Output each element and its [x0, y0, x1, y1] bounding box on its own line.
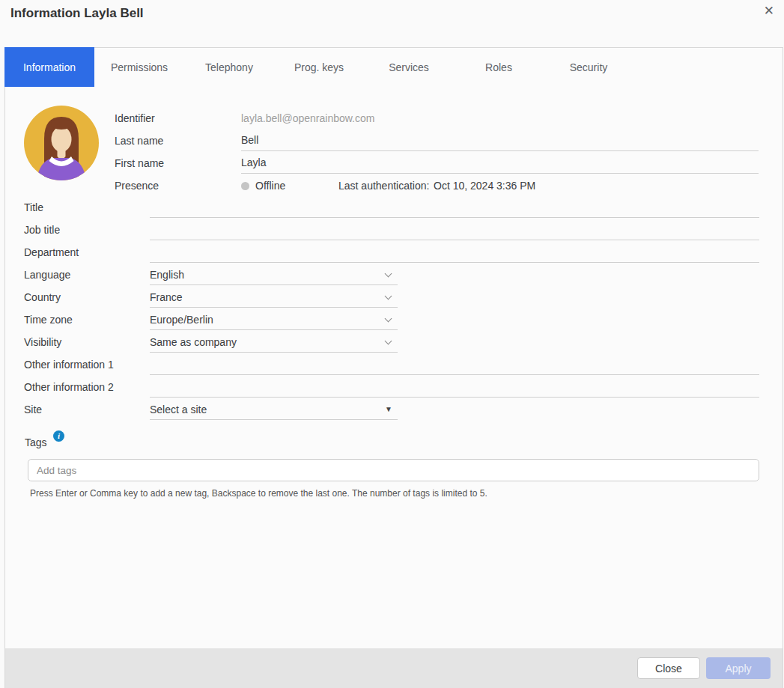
- dialog-footer: Close Apply: [5, 648, 783, 688]
- chevron-down-icon: [385, 338, 392, 345]
- last-name-input[interactable]: [241, 130, 759, 151]
- tab-roles[interactable]: Roles: [454, 48, 544, 87]
- other-information-1-label: Other information 1: [24, 353, 114, 376]
- country-row: Country France: [5, 286, 783, 308]
- identifier-row: Identifier layla.bell@openrainbow.com: [5, 107, 783, 130]
- language-label: Language: [24, 264, 70, 286]
- site-value: Select a site: [150, 398, 207, 421]
- language-select[interactable]: English: [150, 264, 398, 285]
- tags-label: Tags: [25, 434, 47, 451]
- time-zone-label: Time zone: [24, 308, 73, 331]
- tab-security[interactable]: Security: [544, 48, 633, 87]
- last-authentication-label: Last authentication:: [338, 174, 429, 197]
- chevron-down-icon: [385, 315, 392, 323]
- country-value: France: [150, 286, 183, 308]
- job-title-input[interactable]: [150, 219, 759, 240]
- tab-prog-keys[interactable]: Prog. keys: [274, 48, 364, 87]
- close-icon[interactable]: ✕: [764, 2, 774, 20]
- first-name-input[interactable]: [241, 152, 759, 174]
- time-zone-row: Time zone Europe/Berlin: [5, 308, 783, 331]
- visibility-label: Visibility: [24, 331, 61, 353]
- department-row: Department: [5, 241, 783, 264]
- site-label: Site: [24, 398, 42, 421]
- other-information-2-row: Other information 2: [5, 376, 783, 398]
- country-select[interactable]: France: [150, 286, 398, 308]
- tab-bar: Information Permissions Telephony Prog. …: [5, 48, 633, 87]
- tab-telephony[interactable]: Telephony: [184, 48, 274, 87]
- other-information-2-label: Other information 2: [24, 376, 114, 398]
- tab-information[interactable]: Information: [4, 47, 94, 87]
- identifier-value: layla.bell@openrainbow.com: [241, 107, 374, 130]
- tab-permissions[interactable]: Permissions: [94, 48, 184, 87]
- information-panel: Information Permissions Telephony Prog. …: [4, 47, 783, 688]
- chevron-down-icon: [385, 293, 392, 300]
- first-name-label: First name: [115, 152, 164, 174]
- last-name-row: Last name: [5, 130, 783, 152]
- time-zone-select[interactable]: Europe/Berlin: [150, 308, 398, 330]
- presence-row: Presence Offline Last authentication: Oc…: [5, 174, 783, 197]
- language-value: English: [150, 264, 184, 286]
- visibility-value: Same as company: [150, 331, 237, 353]
- visibility-row: Visibility Same as company: [5, 331, 783, 353]
- close-button[interactable]: Close: [637, 657, 700, 679]
- apply-button[interactable]: Apply: [706, 657, 771, 679]
- first-name-row: First name: [5, 152, 783, 174]
- site-select[interactable]: Select a site ▼: [150, 398, 398, 420]
- presence-label: Presence: [115, 174, 159, 197]
- title-row: Title: [5, 196, 783, 219]
- page-title: Information Layla Bell: [10, 6, 144, 21]
- job-title-label: Job title: [24, 219, 60, 241]
- tags-input[interactable]: [28, 459, 759, 481]
- job-title-row: Job title: [5, 219, 783, 241]
- identifier-label: Identifier: [115, 107, 155, 130]
- dropdown-arrow-icon: ▼: [385, 398, 392, 421]
- other-information-1-input[interactable]: [150, 353, 759, 375]
- department-label: Department: [24, 241, 79, 264]
- chevron-down-icon: [385, 270, 392, 278]
- tags-help-text: Press Enter or Comma key to add a new ta…: [30, 488, 487, 499]
- title-label: Title: [24, 196, 43, 219]
- presence-status: Offline: [255, 174, 285, 197]
- language-row: Language English: [5, 264, 783, 286]
- department-input[interactable]: [150, 241, 759, 263]
- site-row: Site Select a site ▼: [5, 398, 783, 421]
- country-label: Country: [24, 286, 61, 308]
- other-information-1-row: Other information 1: [5, 353, 783, 376]
- tab-services[interactable]: Services: [364, 48, 454, 87]
- last-name-label: Last name: [115, 130, 163, 152]
- presence-offline-icon: [241, 182, 249, 190]
- info-icon[interactable]: i: [53, 430, 64, 442]
- visibility-select[interactable]: Same as company: [150, 331, 398, 353]
- time-zone-value: Europe/Berlin: [150, 308, 213, 331]
- title-input[interactable]: [150, 196, 759, 218]
- last-authentication-value: Oct 10, 2024 3:36 PM: [434, 174, 535, 197]
- dialog-header: Information Layla Bell ✕: [0, 0, 784, 47]
- other-information-2-input[interactable]: [150, 376, 759, 398]
